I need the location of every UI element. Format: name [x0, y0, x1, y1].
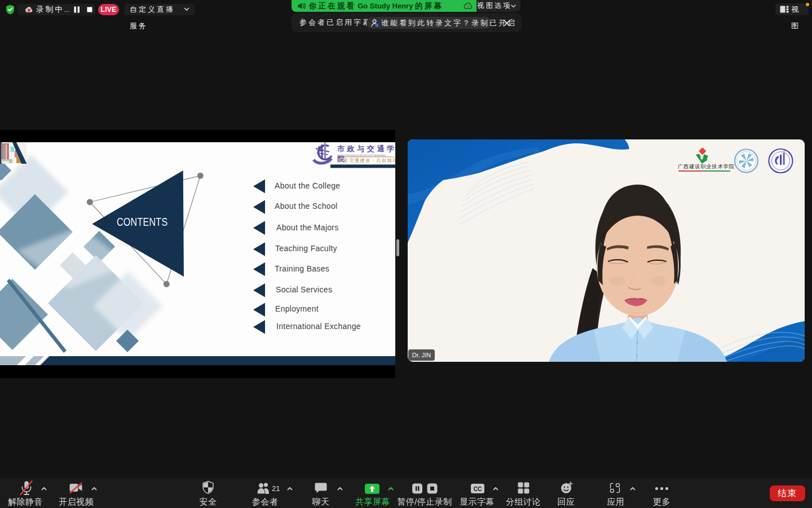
- svg-text:CC: CC: [473, 486, 481, 492]
